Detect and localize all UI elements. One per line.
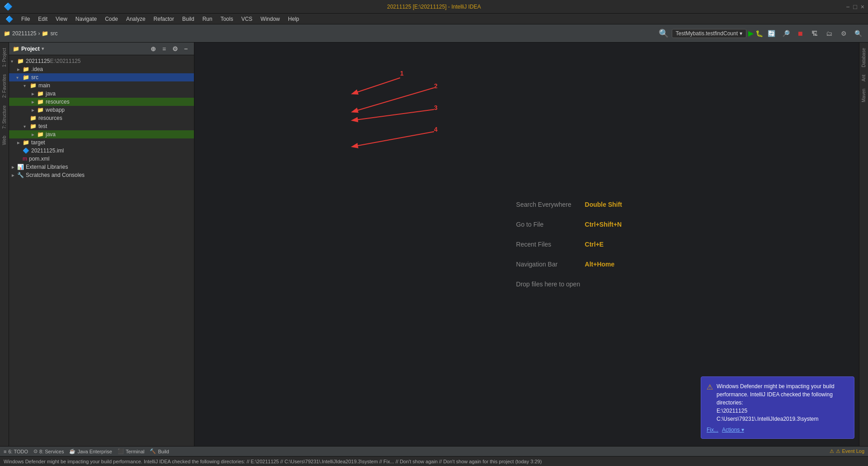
tree-item-pom[interactable]: m pom.xml [9,155,194,163]
tree-label-src: src [31,74,38,81]
search-everywhere-btn[interactable]: 🔍 [657,27,670,40]
project-structure-button[interactable]: 🗂 [823,27,835,40]
search-button[interactable]: 🔍 [852,27,864,40]
left-sidebar-strip: 1: Project 2: Favorites 7: Structure Web [0,43,9,446]
todo-label: 6: TODO [8,449,28,454]
breadcrumb-project[interactable]: 20211125 [12,30,36,37]
title-bar-left: 🔷 [4,2,13,11]
hint-goto-file-shortcut: Ctrl+Shift+N [585,221,622,228]
menu-window[interactable]: Window [257,15,283,23]
tree-item-java[interactable]: ► 📁 java [9,90,194,98]
status-build[interactable]: 🔨 Build [150,448,169,454]
build-project-button[interactable]: 🏗 [808,27,821,40]
status-java-enterprise[interactable]: ☕ Java Enterprise [69,448,112,454]
run-button[interactable]: ▶ [748,29,754,38]
menu-run[interactable]: Run [199,15,216,23]
annotation-4: 4 [434,126,438,133]
menu-code[interactable]: Code [101,15,122,23]
right-strip-maven[interactable]: Maven [861,85,866,106]
menu-vcs[interactable]: VCS [238,15,256,23]
settings-icon[interactable]: ⚙ [170,44,179,53]
tree-item-ext-libs[interactable]: ► 📊 External Libraries [9,163,194,171]
menu-analyze[interactable]: Analyze [123,15,149,23]
run-configuration[interactable]: TestMybatis.testfindCount ▾ [672,29,746,38]
menu-help[interactable]: Help [284,15,303,23]
tree-item-webapp[interactable]: ► 📁 webapp [9,106,194,114]
notif-fix-link[interactable]: Fix... [707,427,718,433]
window-title: 20211125 [E:\20211125] - IntelliJ IDEA [387,4,481,10]
sidebar-item-structure[interactable]: 7: Structure [2,102,7,133]
tree-arrow-scratches: ► [11,173,17,178]
hint-search-everywhere: Search Everywhere Double Shift [516,201,622,208]
sidebar-item-favorites[interactable]: 2: Favorites [2,71,7,101]
tree-item-test[interactable]: ▾ 📁 test [9,122,194,130]
collapse-all-icon[interactable]: ⊕ [149,44,158,53]
debug-button[interactable]: 🐛 [755,30,763,37]
tree-item-resources2[interactable]: 📁 resources [9,114,194,122]
notif-actions-link[interactable]: Actions ▾ [722,427,744,433]
menu-file[interactable]: File [18,15,33,23]
tree-item-20211125[interactable]: ▾ 📁 20211125 E:\20211125 [9,57,194,65]
coverage-button[interactable]: 🔄 [765,27,778,40]
sidebar-item-web[interactable]: Web [2,132,7,148]
annotation-3: 3 [434,104,438,111]
close-button[interactable]: × [861,3,864,10]
file-icon-iml: 🔷 [23,147,29,154]
tree-item-resources[interactable]: ► 📁 resources [9,98,194,106]
status-todo[interactable]: ≡ 6: TODO [4,449,28,454]
notif-header: ⚠ Windows Defender might be impacting yo… [707,382,849,423]
menu-view[interactable]: View [52,15,71,23]
tree-item-iml[interactable]: 🔷 20211125.iml [9,147,194,155]
right-strip-ant[interactable]: Ant [861,71,866,85]
menu-edit[interactable]: Edit [34,15,51,23]
folder-icon-resources2: 📁 [30,115,37,121]
terminal-label: Terminal [126,449,145,454]
tree-label-java2: java [46,131,56,138]
status-bar: ≡ 6: TODO ⊙ 8: Services ☕ Java Enterpris… [0,446,868,456]
stop-button[interactable]: ⏹ [794,27,807,40]
folder-icon-java: 📁 [37,90,44,97]
window-controls[interactable]: − □ × [846,3,864,10]
hint-navigation-bar-label: Navigation Bar [516,261,580,268]
tree-label-resources: resources [46,99,70,105]
tree-item-target[interactable]: ► 📁 target [9,138,194,147]
hint-recent-files-label: Recent Files [516,241,580,248]
menu-tools[interactable]: Tools [217,15,237,23]
tree-item-java2[interactable]: ► 📁 java [9,130,194,138]
tree-item-idea[interactable]: ► 📁 .idea [9,65,194,73]
terminal-icon: ⬛ [118,448,124,454]
maximize-button[interactable]: □ [853,3,857,10]
java-enterprise-label: Java Enterprise [77,449,112,454]
svg-line-0 [353,78,400,94]
hide-panel-icon[interactable]: − [181,44,190,53]
settings-button[interactable]: ⚙ [837,27,850,40]
sidebar-item-project[interactable]: 1: Project [2,44,7,71]
expand-all-icon[interactable]: ≡ [160,44,169,53]
title-bar: 🔷 20211125 [E:\20211125] - IntelliJ IDEA… [0,0,868,14]
menu-navigate[interactable]: Navigate [72,15,100,23]
minimize-button[interactable]: − [846,3,849,10]
project-title: 📁 Project ▾ [13,46,147,52]
defender-notification: ⚠ Windows Defender might be impacting yo… [701,376,854,439]
info-bar: Windows Defender might be impacting your… [0,456,868,466]
tree-label-webapp: webapp [46,107,65,113]
tree-label-iml: 20211125.iml [31,147,64,154]
menu-refactor[interactable]: Refactor [150,15,178,23]
profile-button[interactable]: 🔎 [779,27,792,40]
hint-drop-files[interactable]: Drop files here to open [516,281,622,288]
right-strip-database[interactable]: Database [861,44,866,71]
tree-item-src[interactable]: ▾ 📁 src [9,73,194,81]
notif-dir2: C:\Users\79231\.IntelliJIdea2019.3\syste… [717,416,818,422]
notif-dir1: E:\20211125 [717,408,747,414]
tree-item-scratches[interactable]: ► 🔧 Scratches and Consoles [9,171,194,179]
project-dropdown-icon[interactable]: ▾ [42,46,44,51]
menu-build[interactable]: Build [179,15,198,23]
status-services[interactable]: ⊙ 8: Services [33,448,64,454]
tree-item-main[interactable]: ▾ 📁 main [9,81,194,90]
tree-arrow-test: ▾ [24,124,30,129]
build-icon: 🔨 [150,448,156,454]
status-event-log[interactable]: ⚠ ⚠ Event Log [830,448,864,454]
run-config-dropdown-icon[interactable]: ▾ [740,30,742,37]
breadcrumb-src[interactable]: src [50,30,57,37]
status-terminal[interactable]: ⬛ Terminal [118,448,145,454]
